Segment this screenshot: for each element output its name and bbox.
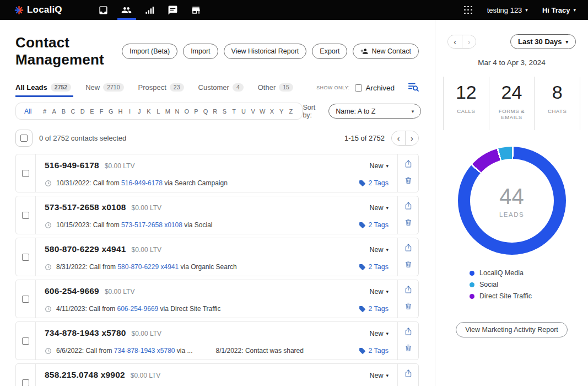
alphabet-letter[interactable]: G [106, 108, 116, 115]
contact-checkbox[interactable] [22, 170, 29, 177]
share-icon[interactable] [404, 327, 413, 338]
contact-checkbox[interactable] [22, 254, 29, 261]
contact-checkbox[interactable] [22, 212, 29, 219]
tags-link[interactable]: 2 Tags [359, 179, 389, 187]
status-dropdown[interactable]: New▾ [369, 162, 389, 170]
import-beta-button[interactable]: Import (Beta) [122, 44, 177, 59]
trash-icon[interactable] [404, 260, 413, 271]
alphabet-letter[interactable]: S [220, 108, 229, 115]
nav-messages[interactable] [161, 0, 185, 20]
period-prev-button[interactable]: ‹ [448, 35, 462, 48]
alphabet-letter[interactable]: U [239, 108, 248, 115]
share-icon[interactable] [404, 201, 413, 212]
account-switcher[interactable]: testing 123 ▾ [487, 6, 528, 14]
period-dropdown[interactable]: Last 30 Days ▾ [510, 34, 576, 49]
alphabet-letter[interactable]: E [87, 108, 96, 115]
tab-all-leads[interactable]: All Leads2752 [15, 83, 71, 96]
new-contact-button[interactable]: New Contact [353, 44, 419, 59]
archived-checkbox[interactable] [355, 84, 362, 92]
trash-icon[interactable] [404, 176, 413, 187]
select-all-button[interactable] [15, 130, 33, 147]
contact-checkbox[interactable] [22, 379, 29, 386]
alphabet-letter[interactable]: Y [277, 108, 286, 115]
contact-name[interactable]: 580-870-6229 x4941 [45, 244, 126, 254]
alphabet-letter[interactable]: W [258, 108, 267, 115]
status-dropdown[interactable]: New▾ [369, 330, 389, 337]
alphabet-letter[interactable]: V [248, 108, 257, 115]
share-icon[interactable] [404, 369, 413, 380]
status-dropdown[interactable]: New▾ [369, 288, 389, 296]
alphabet-letter[interactable]: X [267, 108, 277, 115]
period-next-button[interactable]: › [462, 35, 476, 48]
trash-icon[interactable] [404, 302, 413, 313]
contact-activity: 10/31/2022: Call from 516-949-6178 via S… [56, 179, 228, 187]
apps-grid-icon[interactable] [464, 6, 473, 14]
tab-customer[interactable]: Customer4 [198, 83, 244, 96]
alphabet-letter[interactable]: M [163, 108, 172, 115]
alphabet-letters: #ABCDEFGHIJKLMNOPQRSTUVWXYZ [40, 108, 295, 115]
next-page-button[interactable]: › [405, 131, 418, 145]
alphabet-letter[interactable]: Q [201, 108, 211, 115]
activity-phone-link[interactable]: 734-878-1943 x5780 [114, 347, 175, 355]
contact-name[interactable]: 606-254-9669 [45, 286, 99, 296]
status-dropdown[interactable]: New▾ [369, 246, 389, 254]
prev-page-button[interactable]: ‹ [392, 131, 405, 145]
nav-contacts[interactable] [115, 0, 138, 20]
search-filter-icon[interactable] [408, 82, 419, 94]
share-icon[interactable] [404, 243, 413, 254]
alphabet-letter[interactable]: N [172, 108, 182, 115]
alphabet-letter[interactable]: H [116, 108, 125, 115]
share-icon[interactable] [404, 159, 413, 170]
alphabet-letter[interactable]: P [191, 108, 201, 115]
nav-analytics[interactable] [138, 0, 161, 20]
contact-name[interactable]: 516-949-6178 [45, 160, 99, 170]
activity-phone-link[interactable]: 573-517-2658 x0108 [121, 221, 182, 229]
activity-phone-link[interactable]: 606-254-9669 [117, 305, 159, 313]
contact-name[interactable]: 573-517-2658 x0108 [45, 202, 126, 212]
tags-link[interactable]: 2 Tags [359, 347, 389, 355]
tab-new[interactable]: New2710 [85, 83, 123, 96]
alphabet-filter-all[interactable]: All [16, 108, 40, 115]
user-menu[interactable]: Hi Tracy ▾ [542, 6, 576, 14]
contact-checkbox[interactable] [22, 337, 29, 345]
trash-icon[interactable] [404, 344, 413, 355]
import-button[interactable]: Import [183, 44, 218, 59]
alphabet-letter[interactable]: A [50, 108, 59, 115]
sort-dropdown[interactable]: Name: A to Z ▾ [328, 104, 421, 119]
alphabet-letter[interactable]: Z [286, 108, 295, 115]
view-marketing-activity-report-button[interactable]: View Marketing Activity Report [456, 322, 568, 337]
trash-icon[interactable] [404, 218, 413, 229]
tags-link[interactable]: 2 Tags [359, 221, 389, 229]
select-all-checkbox[interactable] [20, 135, 28, 142]
contact-checkbox[interactable] [22, 296, 29, 303]
alphabet-letter[interactable]: J [134, 108, 144, 115]
brand[interactable]: LocaliQ [14, 4, 62, 15]
tags-link[interactable]: 2 Tags [359, 305, 389, 313]
export-button[interactable]: Export [312, 44, 347, 59]
alphabet-letter[interactable]: C [68, 108, 78, 115]
nav-storefront[interactable] [185, 0, 208, 20]
share-icon[interactable] [404, 285, 413, 296]
tab-prospect[interactable]: Prospect23 [138, 83, 184, 96]
nav-inbox[interactable] [92, 0, 115, 20]
alphabet-letter[interactable]: O [182, 108, 191, 115]
alphabet-letter[interactable]: # [40, 108, 49, 115]
alphabet-letter[interactable]: I [125, 108, 134, 115]
archived-toggle[interactable]: Archived [355, 84, 395, 92]
activity-phone-link[interactable]: 516-949-6178 [121, 179, 163, 187]
status-dropdown[interactable]: New▾ [369, 204, 389, 212]
alphabet-letter[interactable]: K [144, 108, 153, 115]
tags-link[interactable]: 2 Tags [359, 263, 389, 271]
contact-name[interactable]: 734-878-1943 x5780 [45, 328, 126, 338]
contact-name[interactable]: 858.215.0748 x9902 [45, 370, 125, 380]
alphabet-letter[interactable]: D [78, 108, 87, 115]
tab-other[interactable]: Other15 [258, 83, 293, 96]
alphabet-letter[interactable]: B [59, 108, 68, 115]
alphabet-letter[interactable]: F [96, 108, 106, 115]
alphabet-letter[interactable]: L [154, 108, 163, 115]
activity-phone-link[interactable]: 580-870-6229 x4941 [117, 263, 179, 271]
alphabet-letter[interactable]: R [211, 108, 220, 115]
alphabet-letter[interactable]: T [229, 108, 239, 115]
status-dropdown[interactable]: New▾ [369, 372, 389, 379]
view-historical-report-button[interactable]: View Historical Report [224, 44, 307, 59]
